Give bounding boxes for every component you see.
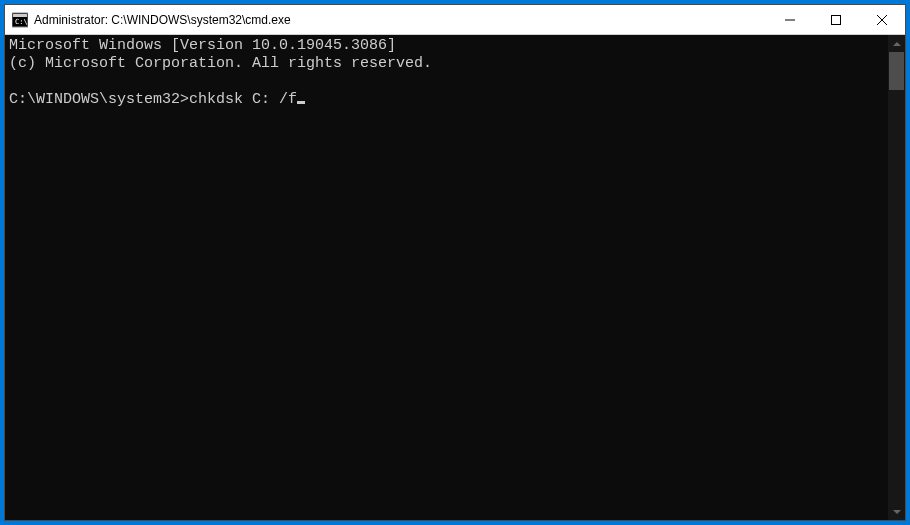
svg-rect-1 — [13, 14, 27, 17]
maximize-button[interactable] — [813, 5, 859, 34]
minimize-button[interactable] — [767, 5, 813, 34]
window-controls — [767, 5, 905, 34]
scroll-down-button[interactable] — [888, 503, 905, 520]
chevron-down-icon — [893, 510, 901, 514]
maximize-icon — [831, 15, 841, 25]
copyright-line: (c) Microsoft Corporation. All rights re… — [9, 55, 432, 72]
svg-marker-8 — [893, 510, 901, 514]
scroll-thumb[interactable] — [889, 52, 904, 90]
version-line: Microsoft Windows [Version 10.0.19045.30… — [9, 37, 396, 54]
prompt: C:\WINDOWS\system32> — [9, 91, 189, 108]
close-icon — [877, 15, 887, 25]
svg-text:C:\: C:\ — [15, 18, 28, 26]
cmd-icon: C:\ — [12, 12, 28, 28]
terminal-output[interactable]: Microsoft Windows [Version 10.0.19045.30… — [5, 35, 888, 520]
minimize-icon — [785, 15, 795, 25]
close-button[interactable] — [859, 5, 905, 34]
text-cursor — [297, 101, 305, 104]
titlebar[interactable]: C:\ Administrator: C:\WINDOWS\system32\c… — [5, 5, 905, 35]
cmd-window: C:\ Administrator: C:\WINDOWS\system32\c… — [4, 4, 906, 521]
vertical-scrollbar[interactable] — [888, 35, 905, 520]
chevron-up-icon — [893, 42, 901, 46]
terminal-area: Microsoft Windows [Version 10.0.19045.30… — [5, 35, 905, 520]
window-title: Administrator: C:\WINDOWS\system32\cmd.e… — [34, 13, 767, 27]
svg-marker-7 — [893, 42, 901, 46]
svg-rect-4 — [832, 15, 841, 24]
scroll-up-button[interactable] — [888, 35, 905, 52]
command-input[interactable]: chkdsk C: /f — [189, 91, 297, 108]
